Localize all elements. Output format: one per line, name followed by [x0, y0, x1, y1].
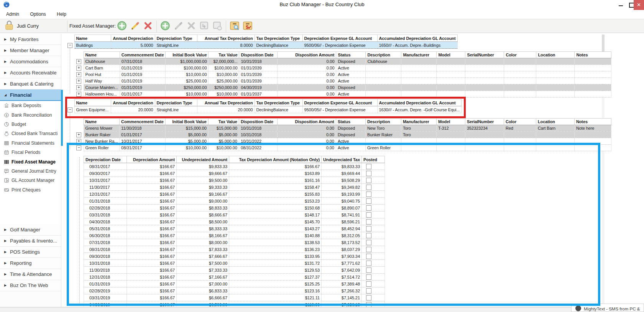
column-header-tax-depreciation-type[interactable]: Tax Depreciation Type: [255, 99, 302, 106]
column-header-depreciation-type[interactable]: Depreciation Type: [155, 99, 197, 106]
column-header-tax-depreciation-type[interactable]: Tax Depreciation Type: [255, 35, 302, 42]
column-header-name[interactable]: Name: [84, 119, 120, 125]
post-depreciation-button[interactable]: $: [242, 21, 253, 32]
column-header-accumulated-depreciation-gl-account[interactable]: Accumulated Depreciation GL Account: [377, 99, 462, 106]
depreciation-row[interactable]: 09/30/2018$166.67$7,666.67$133.95$7,903.…: [84, 253, 385, 260]
posted-checkbox[interactable]: [366, 267, 371, 273]
depreciation-row[interactable]: 05/31/2018$166.67$8,333.33$143.27$8,452.…: [84, 225, 385, 232]
menu-item-admin[interactable]: Admin: [2, 10, 24, 17]
posted-checkbox[interactable]: [366, 178, 371, 183]
column-header-model[interactable]: Model: [436, 119, 465, 125]
column-header-name[interactable]: Name: [84, 52, 120, 58]
column-header-disposition-amount[interactable]: Disposition Amount: [277, 119, 336, 125]
posted-checkbox[interactable]: [366, 171, 371, 176]
posted-checkbox[interactable]: [366, 226, 371, 231]
posted-checkbox[interactable]: [366, 219, 371, 225]
depreciation-row[interactable]: 11/30/2017$166.67$9,333.33$158.47$9,349.…: [84, 184, 385, 191]
column-header-annual-tax-depreciation[interactable]: Annual Tax Depreciation: [197, 35, 255, 42]
depreciation-row[interactable]: 12/31/2018$166.67$7,166.67$127.37$7,514.…: [84, 274, 385, 281]
column-header-serial-number[interactable]: SerialNumber: [465, 119, 504, 125]
column-header-serial-number[interactable]: SerialNumber: [465, 52, 504, 58]
depreciation-row[interactable]: 03/31/2018$166.67$8,666.67$148.17$8,741.…: [84, 211, 385, 218]
add-group-button[interactable]: [116, 21, 128, 32]
column-header-posted[interactable]: Posted: [361, 156, 384, 163]
column-header-initial-book-value[interactable]: Initial Book Value: [165, 119, 208, 125]
asset-row-bunker-raker[interactable]: +Bunker Raker01/31/2017$5,000.00$5,000.0…: [75, 132, 611, 138]
minimize-button[interactable]: [615, 0, 626, 10]
posted-checkbox[interactable]: [366, 212, 371, 218]
asset-row-course-mainten[interactable]: +Course Mainten...01/31/2019$250,000.00$…: [75, 84, 611, 91]
column-header-disposition-date[interactable]: Disposition Date: [239, 119, 277, 125]
column-header-disposition-date[interactable]: Disposition Date: [239, 52, 278, 58]
column-header-depreciation-expense-gl-account[interactable]: Depreciation Expense GL Account: [302, 35, 377, 42]
asset-row-cart-barn[interactable]: +Cart Barn01/31/2019$100,000.00$100,000.…: [75, 65, 611, 71]
depreciation-row[interactable]: 01/31/2019$166.67$7,000.00$125.25$7,389.…: [84, 281, 385, 287]
expand-icon[interactable]: +: [76, 85, 81, 90]
depreciation-row[interactable]: 06/30/2018$166.67$8,166.67$140.88$8,312.…: [84, 232, 385, 239]
column-header-annual-depreciation[interactable]: Annual Depreciation: [111, 35, 155, 42]
group-row-buildings[interactable]: −Buildings5.0000StraightLine8.0000Declin…: [66, 42, 457, 49]
column-header-depreciation-expense-gl-account[interactable]: Depreciation Expense GL Account: [302, 99, 377, 106]
column-header-accumulated-depreciation-gl-account[interactable]: Accumulated Depreciation GL Account: [377, 35, 457, 42]
column-header-location[interactable]: Location: [536, 52, 575, 58]
column-header-depreciation-date[interactable]: Depreciation Date: [84, 156, 127, 163]
depreciation-row[interactable]: 07/31/2018$166.67$8,000.00$138.53$8,173.…: [84, 239, 385, 246]
collapse-icon[interactable]: −: [67, 107, 72, 112]
posted-checkbox[interactable]: [366, 185, 371, 190]
close-button[interactable]: ✕: [634, 0, 644, 10]
posted-checkbox[interactable]: [366, 302, 371, 307]
depreciation-row[interactable]: 02/28/2018$166.67$8,833.33$150.68$8,890.…: [84, 205, 385, 211]
expand-icon[interactable]: +: [76, 72, 81, 77]
column-header-location[interactable]: Location: [536, 119, 574, 125]
depreciation-row[interactable]: 12/31/2017$166.67$9,166.67$155.83$9,193.…: [84, 191, 385, 198]
posted-checkbox[interactable]: [366, 198, 371, 204]
column-header-disposition-amount[interactable]: Disposition Amount: [278, 52, 336, 58]
transfer-asset-button[interactable]: [199, 21, 210, 32]
posted-checkbox[interactable]: [366, 274, 371, 280]
sidebar-scrollbar-thumb[interactable]: [61, 90, 63, 146]
depreciation-row[interactable]: 10/31/2017$166.67$9,500.00$161.16$9,508.…: [84, 177, 385, 184]
depreciation-row[interactable]: 04/30/2018$166.67$8,500.00$145.70$8,596.…: [84, 218, 385, 225]
posted-checkbox[interactable]: [366, 191, 371, 197]
depreciation-row[interactable]: 08/31/2018$166.67$7,833.33$136.23$8,037.…: [84, 246, 385, 253]
edit-group-button[interactable]: [129, 21, 141, 32]
column-header-color[interactable]: Color: [504, 119, 536, 125]
depreciation-row[interactable]: 01/31/2018$166.67$9,000.00$153.23$9,040.…: [84, 198, 385, 205]
collapse-icon[interactable]: −: [76, 145, 81, 150]
column-header-depreciation-type[interactable]: Depreciation Type: [155, 35, 197, 42]
posted-checkbox[interactable]: [366, 240, 371, 245]
delete-group-button[interactable]: [142, 21, 154, 32]
asset-row-new-bunker-ra[interactable]: +New Bunker Ra...10/31/2017$5,000.00$5,0…: [75, 138, 611, 145]
asset-lookup-button[interactable]: [229, 21, 240, 32]
expand-icon[interactable]: +: [76, 139, 81, 144]
column-header-tax-value[interactable]: Tax Value: [208, 119, 239, 125]
posted-checkbox[interactable]: [366, 254, 371, 259]
column-header-status[interactable]: Status: [336, 119, 365, 125]
asset-row-pool-hut[interactable]: +Pool Hut01/31/2019$10,000.00$10,000.000…: [75, 71, 611, 78]
posted-checkbox[interactable]: [366, 164, 371, 169]
group-row-green-equipment[interactable]: −Green Equipme...20.0000StraightLine20.0…: [66, 106, 462, 113]
expand-icon[interactable]: +: [76, 92, 81, 97]
expand-icon[interactable]: +: [76, 66, 81, 71]
column-header-initial-book-value[interactable]: Initial Book Value: [166, 52, 209, 58]
column-header-commencement-date[interactable]: Commencement Date: [120, 52, 166, 58]
column-header-notes[interactable]: Notes: [575, 52, 611, 58]
asset-row-greens-mower[interactable]: Greens Mower11/30/2018$15,000.00$15,000.…: [75, 125, 611, 132]
posted-checkbox[interactable]: [366, 247, 371, 252]
expand-icon[interactable]: +: [76, 132, 81, 137]
asset-row-halloween-hou[interactable]: +Halloween Hou...01/31/2017$10,000.00$10…: [75, 91, 611, 97]
posted-checkbox[interactable]: [366, 295, 371, 300]
column-header-tax-value[interactable]: Tax Value: [209, 52, 239, 58]
current-user[interactable]: Judi Curry: [5, 21, 39, 31]
asset-row-half-way[interactable]: +Half Way01/31/2019$25,000.00$25,000.000…: [75, 78, 611, 84]
column-header-color[interactable]: Color: [504, 52, 536, 58]
expand-icon[interactable]: +: [76, 59, 81, 64]
column-header-manufacturer[interactable]: Manufacturer: [401, 52, 437, 58]
column-header-status[interactable]: Status: [336, 52, 366, 58]
column-header-tax-depreciation-amount[interactable]: Tax Depreciation Amount (Notation Only): [229, 156, 322, 163]
column-header-depreciation-amount[interactable]: Depreciation Amount: [127, 156, 177, 163]
column-header-annual-tax-depreciation[interactable]: Annual Tax Depreciation: [197, 99, 255, 106]
column-header-manufacturer[interactable]: Manufacturer: [401, 119, 436, 125]
depreciation-row[interactable]: 03/31/2019$166.67$6,666.67$121.11$7,145.…: [84, 294, 385, 301]
depreciation-row[interactable]: 08/31/2017$166.67$9,833.33$166.67$9,833.…: [84, 163, 385, 170]
